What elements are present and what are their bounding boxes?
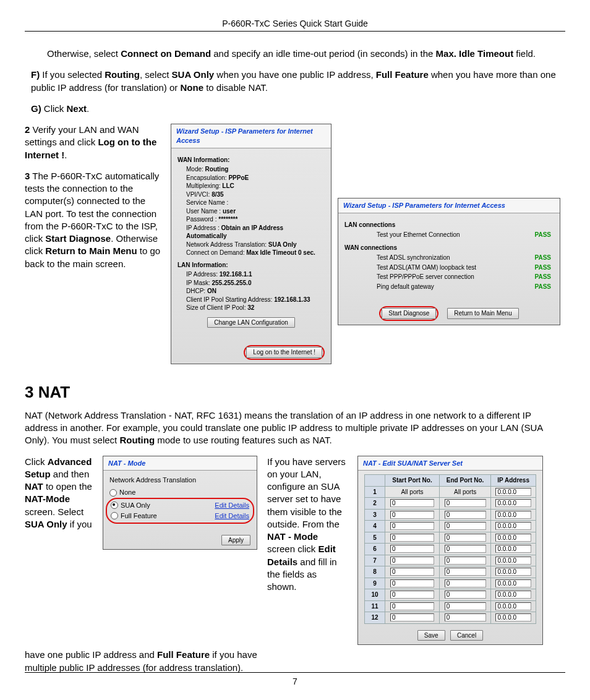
end-port-input[interactable]: 0 xyxy=(445,522,486,530)
start-port-cell: All ports xyxy=(385,486,440,498)
ip-cell: 0.0.0.0 xyxy=(491,566,536,578)
ip-input[interactable]: 0.0.0.0 xyxy=(495,557,531,565)
log-on-internet-button[interactable]: Log on to the Internet ! xyxy=(246,347,322,358)
ip-input[interactable]: 0.0.0.0 xyxy=(495,522,531,530)
nat-text-left: Click Advanced Setup and then NAT to ope… xyxy=(25,456,93,531)
end-port-input[interactable]: 0 xyxy=(445,613,486,621)
highlight-circle: Start Diagnose xyxy=(379,306,438,321)
radio-none[interactable] xyxy=(109,489,117,497)
row-index: 3 xyxy=(365,509,385,521)
start-port-input[interactable]: 0 xyxy=(390,511,434,519)
end-port-cell: 0 xyxy=(439,544,490,555)
lan-tests-table: Test your Ethernet ConnectionPASS xyxy=(344,230,554,240)
ip-input[interactable]: 0.0.0.0 xyxy=(495,511,531,519)
wizard-setup-summary-dialog: Wizard Setup - ISP Parameters for Intern… xyxy=(171,124,331,364)
col-header-end: End Port No. xyxy=(439,475,490,487)
ip-input[interactable]: 0.0.0.0 xyxy=(495,579,531,587)
table-row: 8000.0.0.0 xyxy=(365,566,536,578)
sua-table: Start Port No. End Port No. IP Address 1… xyxy=(364,474,536,624)
start-port-input[interactable]: 0 xyxy=(390,499,434,507)
step-with-screens: 2 Verify your LAN and WAN settings and c… xyxy=(25,124,565,364)
end-port-cell: 0 xyxy=(439,612,490,624)
start-port-input[interactable]: 0 xyxy=(390,568,434,576)
row-index: 4 xyxy=(365,521,385,532)
ip-input[interactable]: 0.0.0.0 xyxy=(495,499,531,507)
row-index: 9 xyxy=(365,578,385,589)
wan-connections-heading: WAN connections xyxy=(344,244,554,252)
end-port-input[interactable]: 0 xyxy=(445,534,486,542)
end-port-cell: All ports xyxy=(439,486,490,498)
start-port-cell: 0 xyxy=(385,532,440,544)
body-text: Otherwise, select Connect on Demand and … xyxy=(25,48,565,674)
dialog-title: NAT - Edit SUA/NAT Server Set xyxy=(358,456,542,471)
table-row: 12000.0.0.0 xyxy=(365,612,536,624)
sua-dialog-col: NAT - Edit SUA/NAT Server Set Start Port… xyxy=(357,456,565,646)
end-port-input[interactable]: 0 xyxy=(445,568,486,576)
table-row: 6000.0.0.0 xyxy=(365,544,536,555)
ip-cell: 0.0.0.0 xyxy=(491,486,536,498)
nat-mode-dialog: NAT - Mode Network Address Translation N… xyxy=(103,456,257,550)
edit-details-link[interactable]: Edit Details xyxy=(215,511,249,521)
ip-cell: 0.0.0.0 xyxy=(491,612,536,624)
ip-input[interactable]: 0.0.0.0 xyxy=(495,488,531,496)
dialog-title: Wizard Setup - ISP Parameters for Intern… xyxy=(171,124,331,148)
edit-details-link[interactable]: Edit Details xyxy=(215,501,249,510)
end-port-input[interactable]: 0 xyxy=(445,579,486,587)
start-port-input[interactable]: 0 xyxy=(390,557,434,565)
start-port-input[interactable]: 0 xyxy=(390,613,434,621)
start-port-input[interactable]: 0 xyxy=(390,602,434,610)
ip-input[interactable]: 0.0.0.0 xyxy=(495,545,531,553)
ip-cell: 0.0.0.0 xyxy=(491,578,536,589)
steps-text: 2 Verify your LAN and WAN settings and c… xyxy=(25,124,161,279)
table-row: 7000.0.0.0 xyxy=(365,555,536,566)
start-port-input[interactable]: 0 xyxy=(390,534,434,542)
row-index: 11 xyxy=(365,600,385,612)
table-row: 5000.0.0.0 xyxy=(365,532,536,544)
pass-badge: PASS xyxy=(521,230,554,240)
start-diagnose-button[interactable]: Start Diagnose xyxy=(382,308,436,319)
row-index: 2 xyxy=(365,498,385,510)
start-port-cell: 0 xyxy=(385,578,440,589)
end-port-input[interactable]: 0 xyxy=(445,602,486,610)
ip-cell: 0.0.0.0 xyxy=(491,521,536,532)
start-port-input[interactable]: 0 xyxy=(390,545,434,553)
ip-input[interactable]: 0.0.0.0 xyxy=(495,568,531,576)
start-port-input[interactable]: 0 xyxy=(390,591,434,599)
end-port-input[interactable]: 0 xyxy=(445,557,486,565)
start-port-input[interactable]: 0 xyxy=(390,522,434,530)
ip-cell: 0.0.0.0 xyxy=(491,589,536,601)
step-f: F) If you selected Routing, select SUA O… xyxy=(25,69,565,94)
end-port-cell: 0 xyxy=(439,578,490,589)
table-row: 1All portsAll ports0.0.0.0 xyxy=(365,486,536,498)
start-port-cell: 0 xyxy=(385,612,440,624)
return-main-menu-button[interactable]: Return to Main Menu xyxy=(447,308,518,319)
paragraph-otherwise: Otherwise, select Connect on Demand and … xyxy=(25,48,565,60)
end-port-cell: 0 xyxy=(439,532,490,544)
step-g: G) Click Next. xyxy=(25,103,565,115)
end-port-input[interactable]: 0 xyxy=(445,499,486,507)
save-button[interactable]: Save xyxy=(417,630,445,641)
end-port-input[interactable]: 0 xyxy=(445,511,486,519)
lan-info-heading: LAN Information: xyxy=(177,261,325,270)
row-index: 6 xyxy=(365,544,385,555)
start-port-input[interactable]: 0 xyxy=(390,579,434,587)
running-header: P-660R-TxC Series Quick Start Guide xyxy=(25,19,565,32)
ip-input[interactable]: 0.0.0.0 xyxy=(495,591,531,599)
end-port-input[interactable]: 0 xyxy=(445,545,486,553)
col-header-start: Start Port No. xyxy=(385,475,440,487)
wan-tests-table: Test ADSL synchronizationPASS Test ADSL(… xyxy=(344,253,554,291)
change-lan-config-button[interactable]: Change LAN Configuration xyxy=(207,317,295,328)
ip-input[interactable]: 0.0.0.0 xyxy=(495,613,531,621)
end-port-input[interactable]: 0 xyxy=(445,591,486,599)
start-port-cell: 0 xyxy=(385,566,440,578)
ip-input[interactable]: 0.0.0.0 xyxy=(495,534,531,542)
apply-button[interactable]: Apply xyxy=(221,535,250,546)
ip-input[interactable]: 0.0.0.0 xyxy=(495,602,531,610)
ip-cell: 0.0.0.0 xyxy=(491,509,536,521)
wan-info-heading: WAN Information: xyxy=(177,156,325,164)
cancel-button[interactable]: Cancel xyxy=(450,630,483,641)
radio-full-feature[interactable] xyxy=(111,512,118,519)
radio-sua-only[interactable] xyxy=(111,502,118,509)
nat-label: Network Address Translation xyxy=(109,476,250,485)
table-row: 2000.0.0.0 xyxy=(365,498,536,510)
